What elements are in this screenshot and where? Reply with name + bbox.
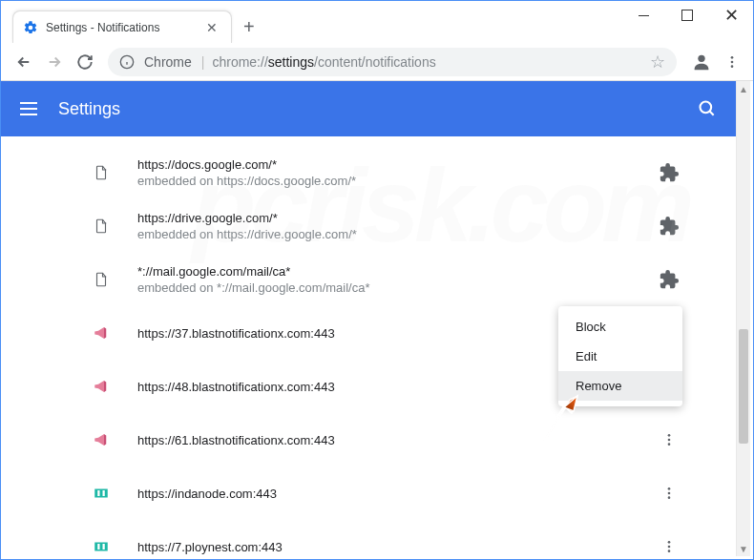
site-row[interactable]: https://61.blastnotificationx.com:443 [92, 413, 688, 467]
scrollbar-thumb[interactable] [739, 329, 748, 444]
svg-point-16 [668, 439, 671, 442]
settings-title: Settings [58, 99, 698, 119]
svg-point-17 [668, 443, 671, 446]
site-row[interactable]: https://indanode.com:443 [92, 467, 688, 520]
svg-point-5 [731, 60, 734, 63]
file-icon [92, 163, 111, 182]
svg-rect-26 [103, 544, 105, 550]
svg-point-15 [668, 434, 671, 437]
scroll-down-icon[interactable]: ▼ [737, 541, 750, 556]
svg-point-29 [668, 550, 671, 552]
svg-point-22 [668, 492, 671, 495]
omnibox-prefix: Chrome [144, 54, 192, 70]
settings-header: Settings [1, 81, 736, 136]
hamburger-menu-button[interactable] [20, 102, 37, 115]
file-icon [92, 270, 111, 289]
svg-point-21 [668, 487, 671, 490]
more-actions-button[interactable] [650, 486, 688, 501]
file-icon [92, 217, 111, 236]
svg-rect-24 [94, 543, 108, 551]
site-url: https://indanode.com:443 [137, 487, 650, 501]
megaphone-icon [92, 323, 111, 342]
chrome-menu-button[interactable] [719, 49, 745, 75]
site-row[interactable]: *://mail.google.com/mail/ca*embedded on … [92, 253, 688, 306]
site-embed-text: embedded on https://docs.google.com/* [137, 174, 650, 188]
tab-close-button[interactable]: ✕ [202, 20, 221, 35]
site-embed-text: embedded on https://drive.google.com/* [137, 227, 650, 241]
megaphone-icon [92, 430, 111, 449]
extension-icon [650, 269, 688, 290]
profile-avatar-button[interactable] [688, 49, 715, 75]
svg-rect-20 [103, 490, 105, 496]
more-actions-button[interactable] [650, 539, 688, 554]
omnibox-url: chrome://settings/content/notifications [212, 54, 435, 70]
site-url: *://mail.google.com/mail/ca* [137, 264, 650, 279]
site-url: https://drive.google.com/* [137, 211, 650, 225]
teal-icon [92, 537, 111, 556]
site-row[interactable]: https://drive.google.com/*embedded on ht… [92, 199, 688, 253]
svg-line-8 [710, 112, 714, 115]
svg-point-3 [698, 54, 704, 61]
teal-icon [92, 484, 111, 503]
site-embed-text: embedded on *://mail.google.com/mail/ca* [137, 280, 650, 295]
browser-tab[interactable]: Settings - Notifications ✕ [12, 10, 232, 43]
tab-title: Settings - Notifications [46, 21, 202, 34]
new-tab-button[interactable]: + [243, 16, 255, 38]
site-row[interactable]: https://7.ploynest.com:443 [92, 520, 688, 556]
scrollbar[interactable]: ▲ ▼ [736, 81, 750, 556]
gear-icon [23, 20, 38, 35]
svg-point-4 [731, 56, 734, 59]
address-bar[interactable]: Chrome | chrome://settings/content/notif… [108, 48, 677, 76]
back-button[interactable] [9, 47, 39, 77]
svg-point-6 [731, 65, 734, 68]
window-minimize-button[interactable] [621, 1, 665, 30]
context-menu-block[interactable]: Block [558, 312, 682, 342]
svg-point-23 [668, 496, 671, 499]
bookmark-star-icon[interactable]: ☆ [650, 52, 665, 73]
site-row[interactable]: https://docs.google.com/*embedded on htt… [92, 146, 688, 199]
info-icon [119, 54, 135, 70]
svg-point-28 [668, 546, 671, 549]
more-actions-button[interactable] [650, 432, 688, 447]
extension-icon [650, 162, 688, 183]
site-url: https://7.ploynest.com:443 [137, 540, 650, 554]
svg-rect-25 [97, 544, 99, 550]
site-url: https://docs.google.com/* [137, 157, 650, 172]
context-menu-edit[interactable]: Edit [558, 342, 682, 371]
megaphone-icon [92, 377, 111, 396]
scroll-up-icon[interactable]: ▲ [737, 81, 750, 96]
window-maximize-button[interactable] [665, 1, 709, 30]
search-icon[interactable] [698, 99, 717, 118]
reload-button[interactable] [70, 47, 100, 77]
svg-point-7 [701, 102, 712, 114]
window-close-button[interactable]: ✕ [709, 1, 753, 30]
forward-button[interactable] [39, 47, 70, 77]
svg-rect-19 [97, 490, 99, 496]
extension-icon [650, 216, 688, 237]
svg-rect-18 [94, 489, 108, 498]
annotation-arrow-icon [535, 392, 593, 449]
svg-point-27 [668, 541, 671, 544]
